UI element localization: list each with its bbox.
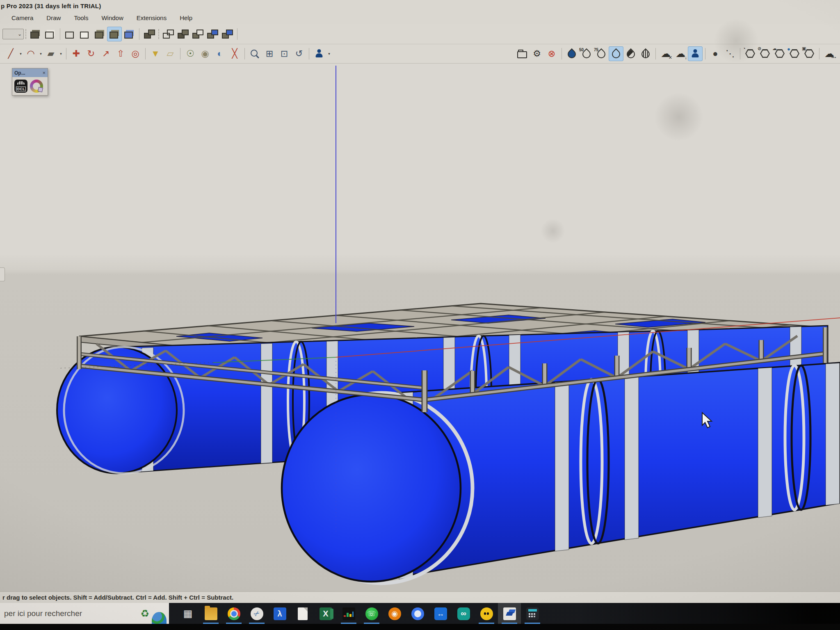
task-view-icon[interactable]: ▦ (176, 603, 199, 624)
menu-window[interactable]: Window (96, 13, 129, 23)
wireframe-style-icon[interactable] (63, 27, 78, 41)
hex-clock-icon[interactable]: ◔ (743, 46, 758, 61)
zoom-window-icon[interactable]: ⊞ (262, 46, 277, 61)
toolbar-icon (653, 46, 658, 61)
offset-tool-icon[interactable]: ◎ (128, 46, 143, 61)
menu-help[interactable]: Help (174, 13, 198, 23)
chrome-icon[interactable] (222, 603, 245, 624)
3d-viewport[interactable]: Op... × OCL (0, 64, 840, 591)
cyberghost-icon[interactable] (475, 603, 498, 624)
photo-black-edge (0, 624, 840, 630)
hex-box-icon[interactable]: ▣ (802, 46, 817, 61)
hidden-line-style-icon[interactable] (78, 27, 92, 41)
toolbar-icon (559, 46, 564, 61)
line-tool-caret: ▾ (18, 46, 23, 61)
hex-slash-icon[interactable]: ⊘ (758, 46, 772, 61)
menu-tools[interactable]: Tools (68, 13, 94, 23)
taskbar-icons: ▦ ✂ λ (176, 603, 544, 624)
arc-tool-icon[interactable]: ◠ (23, 46, 38, 61)
opacity-0-icon[interactable] (609, 46, 623, 61)
cloud-download-icon[interactable]: ☁↓ (673, 46, 688, 61)
cloud-remove-icon[interactable]: ☁✕ (658, 46, 673, 61)
position-camera-icon[interactable]: ☉ (183, 46, 198, 61)
hex-solid-icon[interactable]: ● (787, 46, 802, 61)
equalizer-icon[interactable] (337, 603, 360, 624)
signal-icon[interactable] (406, 603, 429, 624)
toolbar-drag-handle[interactable] (24, 27, 28, 41)
taskbar-search[interactable]: per ici pour rechercher ♻ (0, 603, 169, 624)
arc-tool-caret: ▾ (38, 46, 43, 61)
shape-tool-caret: ▾ (58, 46, 64, 61)
line-tool-icon[interactable]: ╱ (3, 46, 18, 61)
calculator-icon[interactable] (521, 603, 544, 624)
zoom-tool-icon[interactable] (247, 46, 262, 61)
component-attributes-icon[interactable] (220, 27, 235, 41)
back-edges-style-icon[interactable] (43, 27, 57, 41)
close-icon[interactable]: × (42, 70, 46, 76)
window-title: p Pro 2023 (31 days left in TRIAL) (1, 2, 101, 9)
move-tool-icon[interactable]: ✚ (69, 46, 84, 61)
person-badge-icon[interactable] (688, 46, 703, 61)
contrast-drop-icon[interactable] (623, 46, 638, 61)
toolbar-icon (306, 46, 312, 61)
shaded-textures-style-icon[interactable] (107, 27, 122, 41)
monochrome-style-icon[interactable] (122, 27, 137, 41)
eraser-tool-icon[interactable]: ▱ (163, 46, 178, 61)
sketchup-icon[interactable] (498, 603, 521, 624)
dynamic-component-icon[interactable] (205, 27, 220, 41)
opacity-75-icon[interactable]: 75 (594, 46, 609, 61)
component-options-icon[interactable] (190, 27, 205, 41)
toolbar-icon (64, 46, 69, 61)
edit-component-icon[interactable] (161, 27, 176, 41)
make-component-icon[interactable] (176, 27, 190, 41)
lambda-app-icon[interactable]: λ (268, 603, 291, 624)
extension-swirl-icon[interactable] (30, 80, 43, 93)
search-input[interactable]: per ici pour rechercher (4, 609, 140, 618)
dotted-line-icon[interactable]: ⋱ (723, 46, 737, 61)
styles-toolbar: ⌄ (0, 24, 840, 44)
notepad-icon[interactable] (291, 603, 314, 624)
pushpull-tool-icon[interactable]: ⇧ (113, 46, 128, 61)
opencutlist-icon[interactable]: OCL (14, 80, 27, 93)
walk-tool-icon[interactable] (312, 46, 326, 61)
snipping-tool-icon[interactable]: ✂ (245, 603, 268, 624)
scale-combo[interactable]: ⌄ (2, 29, 24, 39)
palette-title: Op... (14, 70, 42, 76)
whatsapp-icon[interactable]: ☏ (360, 603, 383, 624)
component-icon[interactable] (142, 27, 157, 41)
palette-title-bar[interactable]: Op... × (12, 68, 48, 77)
opacity-eye-icon[interactable] (564, 46, 579, 61)
file-explorer-icon[interactable] (199, 603, 222, 624)
shaded-style-icon[interactable] (92, 27, 107, 41)
excel-icon[interactable]: X (314, 603, 337, 624)
pan-tool-icon[interactable]: ╳ (227, 46, 242, 61)
shape-tool-icon[interactable]: ▰ (43, 46, 58, 61)
cancel-icon[interactable]: ⊗ (544, 46, 559, 61)
open-folder-icon[interactable] (515, 46, 530, 61)
blender-icon[interactable]: ◉ (383, 603, 406, 624)
menu-camera[interactable]: Camera (6, 13, 39, 23)
recycle-icon: ♻ (140, 608, 149, 619)
orbit-tool-icon[interactable]: ◐ (212, 46, 227, 61)
paint-bucket-icon[interactable]: ▼ (148, 46, 163, 61)
opencutlist-palette: Op... × OCL (12, 68, 48, 96)
xray-style-icon[interactable] (28, 27, 43, 41)
point-icon[interactable]: ● (708, 46, 723, 61)
scale-tool-icon[interactable]: ↗ (98, 46, 113, 61)
arduino-icon[interactable]: ∞ (452, 603, 475, 624)
look-around-icon[interactable]: ◉ (198, 46, 212, 61)
opacity-50-icon[interactable]: 50 (579, 46, 594, 61)
rotate-tool-icon[interactable]: ↻ (84, 46, 98, 61)
menu-draw[interactable]: Draw (41, 13, 66, 23)
toolbar-icon (57, 27, 63, 41)
toolbar-icon (737, 46, 743, 61)
zoom-extents-icon[interactable]: ⊡ (277, 46, 292, 61)
menu-extensions[interactable]: Extensions (131, 13, 172, 23)
hex-cloud-icon[interactable]: ☁ (772, 46, 787, 61)
teamviewer-icon[interactable]: ↔ (429, 603, 452, 624)
previous-view-icon[interactable]: ↺ (292, 46, 306, 61)
cloud-sync-icon[interactable]: ☁⋯ (822, 46, 837, 61)
settings-gear-icon[interactable]: ⚙ (530, 46, 544, 61)
toolbar-icon (817, 46, 822, 61)
hatched-drop-icon[interactable] (638, 46, 653, 61)
